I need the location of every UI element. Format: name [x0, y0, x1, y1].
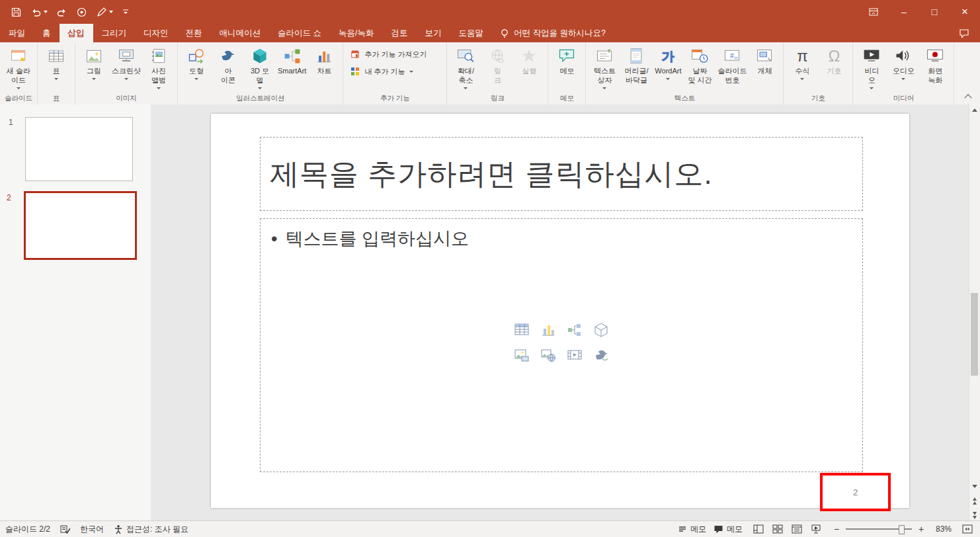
- chevron-down-icon: [44, 11, 48, 13]
- fit-slide-to-window-button[interactable]: [959, 522, 976, 536]
- 3d-models-button[interactable]: 3D 모 델: [244, 44, 276, 91]
- smartart-button[interactable]: SmartArt: [276, 44, 308, 78]
- undo-icon[interactable]: [30, 7, 48, 18]
- screen-recording-button[interactable]: 화면 녹화: [919, 44, 951, 87]
- tab-file[interactable]: 파일: [0, 24, 34, 42]
- customize-qat-icon[interactable]: [122, 8, 130, 16]
- object-button[interactable]: 개체: [749, 44, 780, 78]
- minimize-button[interactable]: –: [889, 0, 919, 24]
- insert-video-icon[interactable]: [566, 347, 583, 364]
- my-addins-button[interactable]: 내 추가 기능: [350, 66, 427, 77]
- slide-thumbnail-1[interactable]: [25, 117, 133, 181]
- tab-help[interactable]: 도움말: [450, 24, 492, 42]
- slide-canvas[interactable]: 제목을 추가하려면 클릭하십시오. • 텍스트를 입력하십시오: [211, 114, 909, 508]
- slide-sorter-view-button[interactable]: [769, 522, 786, 536]
- icons-button[interactable]: 아 이콘: [212, 44, 244, 87]
- photo-album-button[interactable]: 사진 앨범: [143, 44, 175, 91]
- tab-review[interactable]: 검토: [382, 24, 416, 42]
- feedback-icon[interactable]: [959, 24, 969, 42]
- lightbulb-icon: [500, 28, 509, 38]
- store-icon: [350, 49, 360, 60]
- slide-thumbnail-2[interactable]: [24, 191, 137, 260]
- screenshot-button[interactable]: 스크린샷: [110, 44, 143, 82]
- tab-design[interactable]: 디자인: [135, 24, 177, 42]
- scroll-down-button[interactable]: [969, 481, 979, 492]
- spellcheck-icon[interactable]: [60, 524, 70, 534]
- tell-me-box[interactable]: 어떤 작업을 원하시나요?: [500, 24, 606, 42]
- maximize-button[interactable]: □: [919, 0, 950, 24]
- zoom-out-button[interactable]: −: [832, 524, 841, 534]
- collapse-ribbon-button[interactable]: [961, 93, 975, 102]
- table-button[interactable]: 표: [40, 44, 72, 82]
- normal-view-button[interactable]: [750, 522, 767, 536]
- previous-slide-button[interactable]: [969, 495, 979, 507]
- tab-draw[interactable]: 그리기: [93, 24, 136, 42]
- video-button[interactable]: 비디 오: [856, 44, 887, 91]
- vertical-scrollbar[interactable]: [969, 104, 980, 521]
- tab-transitions[interactable]: 전환: [177, 24, 211, 42]
- slide-number-button[interactable]: # 슬라이드 번호: [715, 44, 749, 87]
- insert-table-icon[interactable]: [513, 321, 530, 339]
- header-footer-button[interactable]: 머리글/ 바닥글: [620, 44, 652, 87]
- insert-smartart-icon[interactable]: [566, 321, 583, 339]
- tab-animations[interactable]: 애니메이션: [211, 24, 270, 42]
- title-placeholder-text: 제목을 추가하려면 클릭하십시오.: [261, 155, 713, 194]
- comment-button[interactable]: 메모: [551, 44, 583, 78]
- ribbon-display-options-icon[interactable]: [858, 0, 889, 24]
- shapes-button[interactable]: 도형: [181, 44, 212, 82]
- chart-button[interactable]: 차트: [308, 44, 340, 78]
- slideshow-view-button[interactable]: [807, 522, 825, 536]
- ribbon-group-table: 표 표: [38, 42, 75, 104]
- accessibility-status[interactable]: 접근성: 조사 필요: [114, 524, 188, 535]
- chevron-down-icon: [800, 78, 804, 80]
- scroll-up-button[interactable]: [969, 104, 979, 116]
- insert-3d-model-icon[interactable]: [592, 321, 610, 339]
- wordart-button[interactable]: 가 WordArt: [652, 44, 684, 82]
- ribbon-group-images: 그림 스크린샷 사진 앨범 이미지: [75, 42, 178, 104]
- notes-toggle[interactable]: 메모: [678, 524, 706, 535]
- text-box-button[interactable]: 텍스트 상자: [589, 44, 620, 91]
- insert-chart-icon[interactable]: [540, 321, 557, 339]
- redo-icon[interactable]: [56, 7, 67, 18]
- close-button[interactable]: ×: [950, 0, 980, 24]
- pen-icon[interactable]: [96, 7, 113, 18]
- link-icon: [487, 46, 508, 66]
- tab-record[interactable]: 녹음/녹화: [330, 24, 382, 42]
- save-icon[interactable]: [11, 7, 22, 18]
- titlebar: – □ ×: [0, 0, 980, 24]
- language-indicator[interactable]: 한국어: [80, 524, 104, 535]
- comments-toggle[interactable]: 메모: [714, 524, 743, 535]
- zoom-slider-handle[interactable]: [899, 525, 905, 534]
- new-slide-button[interactable]: 새 슬라 이드: [3, 44, 34, 91]
- zoom-level[interactable]: 83%: [930, 524, 952, 534]
- body-placeholder-text: • 텍스트를 입력하십시오: [261, 219, 862, 251]
- insert-picture-icon[interactable]: [513, 347, 530, 364]
- tab-slideshow[interactable]: 슬라이드 쇼: [269, 24, 330, 42]
- insert-icons-icon[interactable]: [592, 347, 610, 364]
- tab-view[interactable]: 보기: [416, 24, 450, 42]
- reading-view-button[interactable]: [788, 522, 805, 536]
- start-presentation-icon[interactable]: [76, 7, 87, 18]
- new-slide-icon: [8, 46, 29, 66]
- tab-home[interactable]: 홈: [34, 24, 60, 42]
- scrollbar-thumb[interactable]: [971, 293, 978, 376]
- action-button[interactable]: 실행: [513, 44, 545, 78]
- link-button[interactable]: 링 크: [481, 44, 513, 87]
- zoom-slider[interactable]: [846, 528, 912, 530]
- get-addins-button[interactable]: 추가 기능 가져오기: [350, 49, 427, 60]
- tab-insert[interactable]: 삽입: [60, 24, 93, 42]
- zoom-in-button[interactable]: +: [917, 524, 926, 534]
- insert-online-picture-icon[interactable]: [540, 347, 557, 364]
- zoom-button[interactable]: 확대/ 축소: [450, 44, 481, 91]
- symbol-button[interactable]: Ω 기호: [818, 44, 850, 78]
- title-placeholder[interactable]: 제목을 추가하려면 클릭하십시오.: [260, 137, 863, 211]
- audio-button[interactable]: 오디오: [887, 44, 919, 82]
- content-placeholder[interactable]: • 텍스트를 입력하십시오: [260, 218, 863, 472]
- chevron-down-icon: [666, 78, 670, 80]
- pictures-button[interactable]: 그림: [78, 44, 110, 82]
- next-slide-button[interactable]: [969, 510, 979, 521]
- svg-text:가: 가: [662, 50, 674, 63]
- slide-indicator[interactable]: 슬라이드 2/2: [5, 524, 50, 535]
- equation-button[interactable]: π 수식: [786, 44, 818, 82]
- date-time-button[interactable]: 날짜 및 시간: [684, 44, 715, 87]
